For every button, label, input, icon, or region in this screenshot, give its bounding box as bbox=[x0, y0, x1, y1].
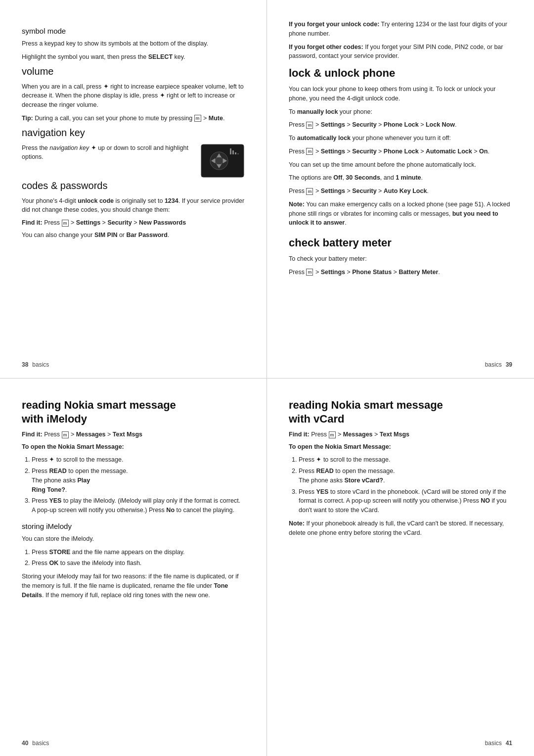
imelody-find-it: Find it: Press m > Messages > Text Msgs bbox=[22, 430, 245, 439]
volume-title: volume bbox=[22, 66, 245, 77]
spread-1: symbol mode Press a keypad key to show i… bbox=[0, 0, 534, 378]
forget-codes-section: If you forget your unlock code: Try ente… bbox=[289, 20, 512, 61]
page-41-footer: basics 41 bbox=[289, 740, 512, 747]
section-reading-vcard: reading Nokia smart messagewith vCard Fi… bbox=[289, 398, 512, 537]
lock-note: Note: You can make emergency calls on a … bbox=[289, 200, 512, 228]
svg-rect-10 bbox=[237, 153, 239, 154]
imelody-step-3: Press YES to play the iMelody. (iMelody … bbox=[32, 496, 245, 515]
page-40: reading Nokia smart messagewith iMelody … bbox=[0, 378, 267, 756]
page-38: symbol mode Press a keypad key to show i… bbox=[0, 0, 267, 378]
lock-options-p: The options are Off, 30 Seconds, and 1 m… bbox=[289, 173, 512, 183]
symbol-mode-p2: Highlight the symbol you want, then pres… bbox=[22, 52, 245, 62]
storing-imelody-title: storing iMelody bbox=[22, 522, 245, 530]
storing-steps: Press STORE and the file name appears on… bbox=[32, 548, 245, 568]
menu-icon-tip: m bbox=[194, 115, 201, 122]
page-40-label: basics bbox=[32, 740, 49, 747]
storing-closing: Storing your iMelody may fail for two re… bbox=[22, 572, 245, 600]
menu-icon-imelody: m bbox=[62, 431, 69, 438]
page-38-num: 38 bbox=[22, 361, 28, 368]
menu-icon-vcard: m bbox=[329, 431, 336, 438]
lock-manually-label: To manually lock your phone: bbox=[289, 107, 512, 117]
vcard-step-3: Press YES to store vCard in the phoneboo… bbox=[299, 487, 512, 515]
spread-2: reading Nokia smart messagewith iMelody … bbox=[0, 378, 534, 756]
page-41: reading Nokia smart messagewith vCard Fi… bbox=[267, 378, 534, 756]
lock-auto-path: Press m > Settings > Security > Phone Lo… bbox=[289, 147, 512, 156]
codes-passwords-p1: Your phone's 4-digit unlock code is orig… bbox=[22, 196, 245, 215]
storing-step-1: Press STORE and the file name appears on… bbox=[32, 548, 245, 557]
lock-manually-path: Press m > Settings > Security > Phone Lo… bbox=[289, 120, 512, 130]
page-38-footer: 38 basics bbox=[22, 361, 245, 368]
svg-rect-9 bbox=[235, 152, 236, 154]
lock-time-p: You can set up the time amount before th… bbox=[289, 160, 512, 170]
imelody-steps: Press ✦ to scroll to the message. Press … bbox=[32, 455, 245, 515]
codes-passwords-title: codes & passwords bbox=[22, 180, 245, 191]
codes-passwords-p2: You can also change your SIM PIN or Bar … bbox=[22, 231, 245, 240]
page-39: If you forget your unlock code: Try ente… bbox=[267, 0, 534, 378]
symbol-mode-p1: Press a keypad key to show its symbols a… bbox=[22, 39, 245, 48]
check-battery-intro: To check your battery meter: bbox=[289, 254, 512, 264]
svg-rect-8 bbox=[232, 150, 234, 154]
forget-unlock-p: If you forget your unlock code: Try ente… bbox=[289, 20, 512, 39]
page-40-num: 40 bbox=[22, 740, 28, 747]
nav-key-svg bbox=[200, 143, 245, 178]
page-39-label: basics bbox=[485, 361, 502, 368]
navigation-key-image bbox=[200, 143, 245, 178]
lock-unlock-p1: You can lock your phone to keep others f… bbox=[289, 85, 512, 103]
vcard-note: Note: If your phonebook already is full,… bbox=[289, 519, 512, 538]
page-41-label: basics bbox=[485, 740, 502, 747]
symbol-mode-title: symbol mode bbox=[22, 27, 245, 35]
lock-unlock-title: lock & unlock phone bbox=[289, 67, 512, 80]
forget-other-p: If you forget other codes: If you forget… bbox=[289, 43, 512, 61]
imelody-open-label: To open the Nokia Smart Message: bbox=[22, 442, 245, 452]
section-navigation-key: navigation key bbox=[22, 127, 245, 180]
imelody-step-1: Press ✦ to scroll to the message. bbox=[32, 455, 245, 465]
imelody-step-2: Press READ to open the message.The phone… bbox=[32, 467, 245, 494]
vcard-step-2: Press READ to open the message.The phone… bbox=[299, 467, 512, 485]
section-storing-imelody: storing iMelody You can store the iMelod… bbox=[22, 522, 245, 600]
page-38-label: basics bbox=[32, 361, 49, 368]
lock-autokey-path: Press m > Settings > Security > Auto Key… bbox=[289, 187, 512, 196]
storing-imelody-intro: You can store the iMelody. bbox=[22, 534, 245, 544]
book: symbol mode Press a keypad key to show i… bbox=[0, 0, 534, 756]
svg-rect-7 bbox=[230, 148, 231, 154]
section-volume: volume When you are in a call, press ✦ r… bbox=[22, 66, 245, 123]
section-reading-imelody: reading Nokia smart messagewith iMelody … bbox=[22, 398, 245, 515]
svg-point-2 bbox=[215, 157, 223, 165]
section-symbol-mode: symbol mode Press a keypad key to show i… bbox=[22, 27, 245, 62]
section-codes-passwords: codes & passwords Your phone's 4-digit u… bbox=[22, 180, 245, 240]
storing-step-2: Press OK to save the iMelody into flash. bbox=[32, 559, 245, 568]
section-check-battery: check battery meter To check your batter… bbox=[289, 236, 512, 277]
navigation-key-title: navigation key bbox=[22, 127, 245, 139]
vcard-open-label: To open the Nokia Smart Message: bbox=[289, 442, 512, 452]
volume-tip: Tip: During a call, you can set your pho… bbox=[22, 114, 245, 123]
menu-icon-battery: m bbox=[306, 269, 313, 276]
vcard-steps: Press ✦ to scroll to the message. Press … bbox=[299, 455, 512, 515]
vcard-find-it: Find it: Press m > Messages > Text Msgs bbox=[289, 430, 512, 439]
section-lock-unlock: lock & unlock phone You can lock your ph… bbox=[289, 67, 512, 228]
menu-icon-lock1: m bbox=[306, 122, 313, 129]
page-39-footer: basics 39 bbox=[289, 361, 512, 368]
volume-p1: When you are in a call, press ✦ right to… bbox=[22, 82, 245, 110]
vcard-title: reading Nokia smart messagewith vCard bbox=[289, 398, 512, 425]
page-39-num: 39 bbox=[506, 361, 512, 368]
menu-icon-lock3: m bbox=[306, 188, 313, 195]
page-41-num: 41 bbox=[506, 740, 512, 747]
lock-auto-label: To automatically lock your phone wheneve… bbox=[289, 134, 512, 143]
vcard-step-1: Press ✦ to scroll to the message. bbox=[299, 455, 512, 465]
menu-icon-lock2: m bbox=[306, 148, 313, 155]
menu-icon-codes: m bbox=[62, 220, 69, 227]
codes-find-it: Find it: Press m > Settings > Security >… bbox=[22, 219, 245, 228]
check-battery-path: Press m > Settings > Phone Status > Batt… bbox=[289, 268, 512, 277]
check-battery-title: check battery meter bbox=[289, 236, 512, 249]
page-40-footer: 40 basics bbox=[22, 740, 245, 747]
imelody-title: reading Nokia smart messagewith iMelody bbox=[22, 398, 245, 425]
